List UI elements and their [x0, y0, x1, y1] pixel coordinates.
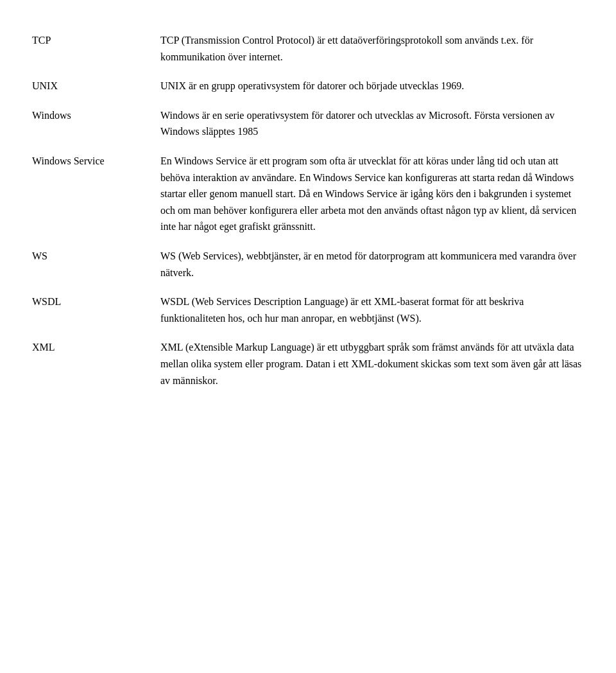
definition-cell: XML (eXtensible Markup Language) är ett … — [160, 333, 584, 395]
glossary-row: XMLXML (eXtensible Markup Language) är e… — [32, 333, 584, 395]
term-cell: Windows Service — [32, 146, 160, 241]
definition-cell: Windows är en serie operativsystem för d… — [160, 101, 584, 146]
term-cell: TCP — [32, 26, 160, 71]
term-cell: Windows — [32, 101, 160, 146]
glossary-row: WSWS (Web Services), webbtjänster, är en… — [32, 241, 584, 287]
term-cell: UNIX — [32, 71, 160, 101]
glossary-row: UNIXUNIX är en grupp operativsystem för … — [32, 71, 584, 101]
glossary-row: WindowsWindows är en serie operativsyste… — [32, 101, 584, 146]
glossary-table: TCPTCP (Transmission Control Protocol) ä… — [32, 26, 584, 395]
term-cell: WS — [32, 241, 160, 287]
definition-cell: En Windows Service är ett program som of… — [160, 146, 584, 241]
definition-cell: WS (Web Services), webbtjänster, är en m… — [160, 241, 584, 287]
glossary-row: WSDLWSDL (Web Services Description Langu… — [32, 287, 584, 333]
definition-cell: UNIX är en grupp operativsystem för dato… — [160, 71, 584, 101]
term-cell: WSDL — [32, 287, 160, 333]
glossary-row: Windows ServiceEn Windows Service är ett… — [32, 146, 584, 241]
term-cell: XML — [32, 333, 160, 395]
definition-cell: TCP (Transmission Control Protocol) är e… — [160, 26, 584, 71]
definition-cell: WSDL (Web Services Description Language)… — [160, 287, 584, 333]
glossary-row: TCPTCP (Transmission Control Protocol) ä… — [32, 26, 584, 71]
